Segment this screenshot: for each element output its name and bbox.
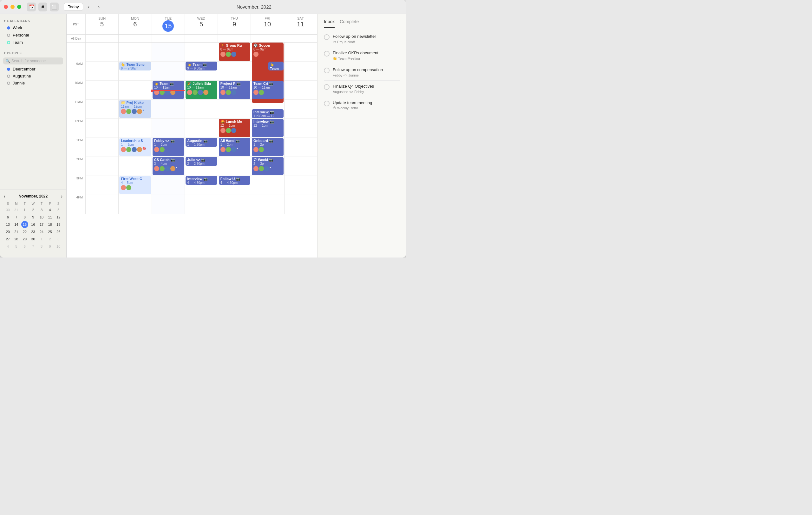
task-checkbox-1[interactable] bbox=[324, 51, 329, 56]
mini-cal-day[interactable]: 4 bbox=[47, 207, 54, 213]
mini-cal-day[interactable]: 17 bbox=[38, 221, 45, 228]
task-checkbox-0[interactable] bbox=[324, 34, 329, 40]
mini-cal-day[interactable]: 6 bbox=[21, 243, 28, 250]
mini-cal-day[interactable]: 13 bbox=[4, 221, 11, 228]
day-header-sat[interactable]: Sat 11 bbox=[284, 14, 317, 34]
mini-cal-day[interactable]: 3 bbox=[55, 236, 62, 243]
event-lunch-thu[interactable]: 🤩 Lunch Me 12 — 1pm bbox=[219, 119, 250, 137]
sidebar-item-team[interactable]: Team bbox=[2, 39, 64, 46]
day-col-wed[interactable]: 👆 Team 📷 9 — 9:30am 🎉 Julie's Bda 10 — 1… bbox=[185, 43, 218, 214]
event-cs-catch-tue[interactable]: CS Catch 📷 3 — 4pm + bbox=[152, 157, 184, 175]
day-header-wed[interactable]: Wed 5 bbox=[185, 14, 218, 34]
task-checkbox-3[interactable] bbox=[324, 84, 329, 90]
mini-cal-day[interactable]: 24 bbox=[38, 228, 45, 235]
next-button[interactable]: › bbox=[94, 3, 104, 11]
event-team-sync-mon[interactable]: 👆 Team Sync 9 — 9:30am bbox=[119, 62, 151, 71]
mini-cal-day[interactable]: 6 bbox=[4, 214, 11, 221]
mini-cal-day[interactable]: 10 bbox=[55, 243, 62, 250]
today-button[interactable]: Today bbox=[64, 3, 83, 11]
task-item-2[interactable]: Follow up on compensation Febby <> Junni… bbox=[318, 64, 406, 80]
event-interview-fri-12[interactable]: Interview 📷 12 — 1pm bbox=[252, 119, 283, 137]
mini-cal-next[interactable]: › bbox=[61, 194, 62, 199]
close-button[interactable] bbox=[4, 5, 8, 9]
event-julie-wed[interactable]: Julie <> 📷 2 — 2:30pm bbox=[185, 157, 217, 166]
mini-cal-day[interactable]: 27 bbox=[4, 236, 11, 243]
event-team-tue-10[interactable]: 👆 Team 📷 10 — 11am bbox=[152, 81, 184, 99]
allday-wed[interactable] bbox=[185, 35, 218, 42]
mini-cal-day[interactable]: 1 bbox=[38, 236, 45, 243]
day-header-mon[interactable]: Mon 6 bbox=[119, 14, 152, 34]
event-team-fri-9[interactable]: 👆 Team 📷 9 — 9:30am bbox=[268, 62, 284, 71]
day-col-tue[interactable]: 👆 Team 📷 10 — 11am bbox=[152, 43, 185, 214]
mini-cal-day[interactable]: 25 bbox=[47, 228, 54, 235]
mini-cal-day[interactable]: 2 bbox=[29, 207, 36, 213]
day-col-thu[interactable]: 🏃 Group Ru 8 — 9am Project F bbox=[218, 43, 251, 214]
mini-cal-day[interactable]: 30 bbox=[4, 207, 11, 213]
calendar-icon[interactable]: 📅 bbox=[27, 3, 36, 11]
mini-cal-day[interactable]: 28 bbox=[13, 236, 20, 243]
mini-cal-day[interactable]: 2 bbox=[47, 236, 54, 243]
event-first-week-mon[interactable]: First Week C 4 —5pm bbox=[119, 176, 151, 194]
event-project-f-thu[interactable]: Project F 📷 10 — 11am bbox=[219, 81, 250, 99]
calendars-section-header[interactable]: ▾ CALENDARS bbox=[0, 18, 66, 24]
mini-cal-day[interactable]: 1 bbox=[21, 207, 28, 213]
sidebar-item-personal[interactable]: Personal bbox=[2, 32, 64, 38]
event-febby-tue[interactable]: Febby <> 📷 1 — 2pm bbox=[152, 138, 184, 156]
event-interview-wed[interactable]: Interview 📷 4 — 4:30pm bbox=[185, 176, 217, 185]
allday-sun[interactable] bbox=[86, 35, 119, 42]
mini-cal-day[interactable]: 30 bbox=[29, 236, 36, 243]
minimize-button[interactable] bbox=[10, 5, 14, 9]
sidebar-toggle-icon[interactable]: ⬜ bbox=[50, 3, 59, 11]
task-item-0[interactable]: Follow up on newsletter 🗂 Proj Kickoff bbox=[318, 31, 406, 47]
day-header-sun[interactable]: Sun 5 bbox=[86, 14, 119, 34]
prev-button[interactable]: ‹ bbox=[84, 3, 93, 11]
mini-cal-day[interactable]: 18 bbox=[47, 221, 54, 228]
task-item-1[interactable]: Finalize OKRs document 👋 Team Meeting bbox=[318, 47, 406, 64]
mini-cal-day[interactable]: 8 bbox=[21, 214, 28, 221]
mini-cal-day[interactable]: 31 bbox=[13, 207, 20, 213]
mini-cal-day[interactable]: 21 bbox=[13, 228, 20, 235]
day-col-sat[interactable] bbox=[285, 43, 317, 214]
mini-cal-day[interactable]: 16 bbox=[29, 221, 36, 228]
mini-cal-day[interactable]: 26 bbox=[55, 228, 62, 235]
event-team-wed-9[interactable]: 👆 Team 📷 9 — 9:30am bbox=[185, 62, 217, 71]
mini-cal-day[interactable]: 9 bbox=[29, 214, 36, 221]
event-augustine-wed[interactable]: Augustin 📷 1 — 1:30pm bbox=[185, 138, 217, 147]
mini-cal-day[interactable]: 10 bbox=[38, 214, 45, 221]
maximize-button[interactable] bbox=[17, 5, 21, 9]
people-section-header[interactable]: ▾ PEOPLE bbox=[0, 50, 66, 56]
mini-cal-day[interactable]: 12 bbox=[55, 214, 62, 221]
mini-cal-day[interactable]: 22 bbox=[21, 228, 28, 235]
mini-cal-day[interactable]: 7 bbox=[13, 214, 20, 221]
task-checkbox-4[interactable] bbox=[324, 101, 329, 106]
mini-cal-day[interactable]: 5 bbox=[13, 243, 20, 250]
allday-tue[interactable] bbox=[152, 35, 185, 42]
tab-complete[interactable]: Complete bbox=[340, 19, 359, 28]
sidebar-item-work[interactable]: Work bbox=[2, 24, 64, 31]
event-all-hand-thu[interactable]: All Hand 📷 1 — 2pm + bbox=[219, 138, 250, 156]
mini-cal-prev[interactable]: ‹ bbox=[4, 194, 5, 199]
tab-inbox[interactable]: Inbox bbox=[324, 19, 335, 28]
sidebar-item-junnie[interactable]: Junnie bbox=[2, 80, 64, 86]
mini-cal-day[interactable]: 14 bbox=[13, 221, 20, 228]
mini-cal-day[interactable]: 19 bbox=[55, 221, 62, 228]
mini-cal-day[interactable]: 4 bbox=[4, 243, 11, 250]
hashtag-icon[interactable]: # bbox=[38, 3, 47, 11]
mini-cal-day[interactable]: 7 bbox=[29, 243, 36, 250]
day-col-fri[interactable]: ⚽ Soccer 8 — 9am 👆 Team 📷 9 — 9:30am bbox=[251, 43, 284, 214]
allday-sat[interactable] bbox=[284, 35, 317, 42]
mini-cal-day[interactable]: 8 bbox=[38, 243, 45, 250]
event-proj-kickoff-mon[interactable]: 📁 Proj Kicko 11am — 12pm + bbox=[119, 100, 151, 118]
allday-fri[interactable] bbox=[251, 35, 284, 42]
day-header-tue[interactable]: Tue 15 bbox=[152, 14, 185, 34]
event-interview-fri-1130[interactable]: Interview 📷 11:30am — 12 bbox=[252, 109, 283, 118]
task-item-3[interactable]: Finalize Q4 Objectives Augustine <> Febb… bbox=[318, 81, 406, 97]
sidebar-item-deercember[interactable]: Deercember bbox=[2, 66, 64, 73]
day-header-thu[interactable]: Thu 9 bbox=[218, 14, 251, 34]
people-search-box[interactable]: 🔍 Search for someone bbox=[3, 57, 63, 64]
mini-cal-day[interactable]: 23 bbox=[29, 228, 36, 235]
mini-cal-day[interactable]: 29 bbox=[21, 236, 28, 243]
event-julies-bday[interactable]: 🎉 Julie's Bda 10 — 11am bbox=[185, 81, 217, 99]
day-col-sun[interactable] bbox=[86, 43, 119, 214]
event-follow-u-thu[interactable]: Follow U 📷 4 — 4:30pm bbox=[219, 176, 250, 185]
